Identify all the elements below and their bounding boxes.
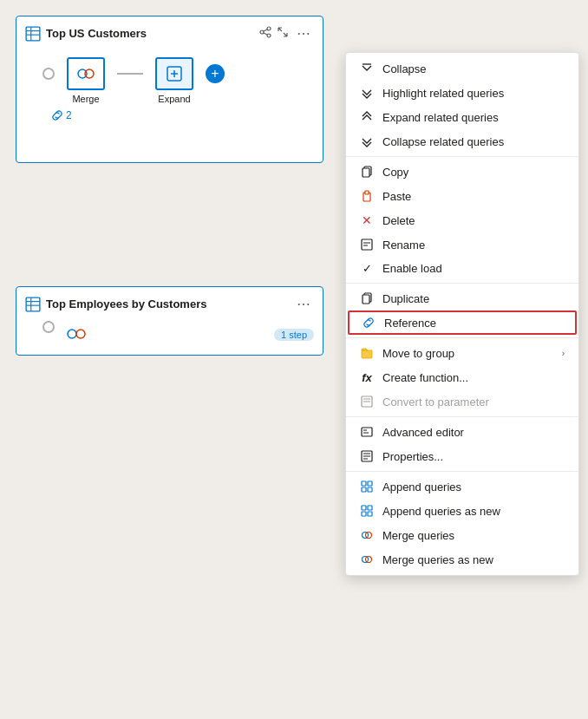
svg-rect-44: [362, 512, 366, 516]
append-queries-label: Append queries: [382, 480, 461, 493]
advanced-editor-label: Advanced editor: [382, 426, 464, 439]
expand-related-icon: [360, 110, 374, 124]
delete-label: Delete: [382, 214, 415, 227]
append-icon: [360, 480, 374, 493]
merge-queries-new-label: Merge queries as new: [382, 553, 493, 566]
bottom-card-title-area: Top Employees by Customers: [25, 297, 206, 312]
menu-item-merge-queries[interactable]: Merge queries: [346, 523, 578, 547]
table-icon-top: [25, 26, 41, 42]
svg-rect-23: [362, 239, 372, 250]
add-step-button[interactable]: +: [206, 64, 225, 83]
svg-rect-22: [365, 191, 369, 194]
rename-label: Rename: [382, 239, 425, 252]
highlight-icon: [360, 86, 374, 100]
merge-node-box[interactable]: [67, 57, 105, 90]
submenu-arrow-icon: ›: [562, 349, 565, 358]
table-icon-bottom: [25, 297, 41, 312]
svg-rect-20: [363, 168, 369, 177]
convert-param-label: Convert to parameter: [382, 395, 489, 409]
svg-rect-41: [368, 487, 372, 492]
menu-item-convert-param: Convert to parameter: [346, 389, 578, 414]
menu-item-duplicate[interactable]: Duplicate: [346, 286, 578, 310]
bottom-input-connector: [42, 321, 55, 333]
expand-node: Expand: [155, 57, 193, 104]
folder-icon: [360, 346, 374, 360]
step-badge: 1 step: [274, 329, 314, 341]
svg-rect-42: [362, 506, 366, 510]
bottom-query-card: Top Employees by Customers ⋯ 1 step: [16, 286, 323, 356]
collapse-label: Collapse: [382, 62, 427, 75]
svg-rect-45: [368, 512, 372, 516]
collapse-related-label: Collapse related queries: [382, 135, 504, 148]
menu-item-advanced-editor[interactable]: Advanced editor: [346, 420, 578, 444]
svg-rect-27: [363, 295, 369, 304]
links-section: 2: [25, 109, 314, 121]
create-function-label: Create function...: [382, 371, 468, 384]
highlight-label: Highlight related queries: [382, 87, 504, 100]
menu-item-properties[interactable]: Properties...: [346, 444, 578, 468]
divider-1: [346, 156, 578, 157]
card-header-top: Top US Customers ⋯: [25, 23, 314, 43]
svg-point-4: [260, 30, 264, 34]
canvas: Top US Customers ⋯: [0, 0, 588, 719]
top-query-card: Top US Customers ⋯: [16, 16, 323, 163]
menu-item-expand-related[interactable]: Expand related queries: [346, 105, 578, 129]
menu-item-create-function[interactable]: fx Create function...: [346, 365, 578, 389]
menu-item-move-to-group[interactable]: Move to group ›: [346, 341, 578, 365]
properties-label: Properties...: [382, 450, 443, 463]
enable-load-label: Enable load: [382, 262, 442, 275]
bottom-card-body: 1 step: [25, 321, 314, 347]
menu-item-append-queries[interactable]: Append queries: [346, 474, 578, 499]
merge-queries-new-icon: [360, 552, 374, 566]
collapse-icon: [360, 62, 374, 75]
top-card-title-area: Top US Customers: [25, 26, 147, 42]
svg-point-16: [68, 330, 76, 338]
fx-icon: fx: [360, 370, 374, 384]
svg-point-6: [267, 34, 271, 37]
collapse-related-icon: [360, 134, 374, 148]
divider-3: [346, 337, 578, 338]
network-icon[interactable]: [258, 25, 272, 42]
merge-queries-icon: [360, 528, 374, 542]
svg-line-7: [264, 29, 267, 31]
top-card-more-button[interactable]: ⋯: [293, 23, 314, 43]
reference-icon: [362, 316, 376, 330]
menu-item-rename[interactable]: Rename: [346, 232, 578, 257]
menu-item-highlight[interactable]: Highlight related queries: [346, 81, 578, 105]
check-icon: ✓: [360, 262, 374, 275]
menu-item-merge-queries-new[interactable]: Merge queries as new: [346, 547, 578, 572]
merge-label: Merge: [72, 94, 99, 104]
paste-label: Paste: [382, 190, 411, 203]
menu-item-paste[interactable]: Paste: [346, 184, 578, 208]
expand-arrows-icon[interactable]: [276, 25, 290, 42]
svg-rect-39: [368, 481, 372, 486]
copy-label: Copy: [382, 166, 408, 179]
svg-rect-31: [362, 428, 372, 436]
menu-item-append-queries-new[interactable]: Append queries as new: [346, 499, 578, 523]
context-menu: Collapse Highlight related queries Expan…: [345, 52, 579, 576]
duplicate-icon: [360, 291, 374, 305]
input-connector: [42, 68, 55, 80]
bottom-card-title: Top Employees by Customers: [46, 297, 206, 310]
rename-icon: [360, 238, 374, 252]
connector-line-1: [117, 73, 143, 75]
svg-rect-38: [362, 481, 366, 486]
svg-rect-0: [26, 27, 40, 41]
divider-5: [346, 471, 578, 472]
merge-node: Merge: [67, 57, 105, 104]
menu-item-reference[interactable]: Reference: [348, 310, 577, 335]
menu-item-delete[interactable]: ✕ Delete: [346, 208, 578, 232]
svg-rect-40: [362, 487, 366, 492]
append-queries-new-label: Append queries as new: [382, 505, 500, 518]
bottom-card-more-button[interactable]: ⋯: [293, 294, 314, 314]
copy-icon: [360, 165, 374, 179]
editor-icon: [360, 425, 374, 439]
svg-line-8: [264, 33, 267, 35]
menu-item-collapse[interactable]: Collapse: [346, 56, 578, 81]
menu-item-copy[interactable]: Copy: [346, 160, 578, 184]
menu-item-enable-load[interactable]: ✓ Enable load: [346, 257, 578, 280]
svg-point-17: [76, 330, 85, 338]
svg-rect-43: [368, 506, 372, 510]
menu-item-collapse-related[interactable]: Collapse related queries: [346, 129, 578, 154]
expand-node-box[interactable]: [155, 57, 193, 90]
